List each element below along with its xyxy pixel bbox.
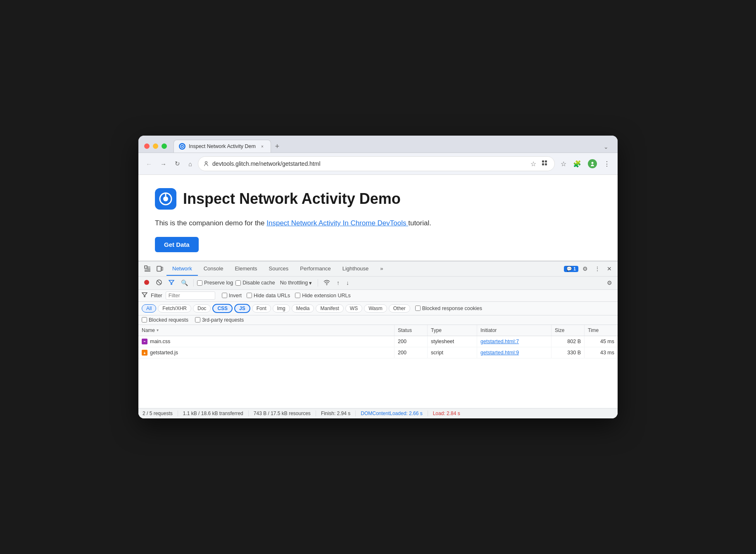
- preserve-log-label[interactable]: Preserve log: [197, 280, 233, 286]
- devtools-tabs: Network Console Elements Sources Perform…: [166, 262, 563, 276]
- console-badge-icon: 💬: [566, 266, 572, 272]
- download-button[interactable]: ↓: [344, 278, 351, 287]
- throttle-select[interactable]: No throttling ▾: [278, 279, 314, 287]
- get-data-button[interactable]: Get Data: [155, 237, 199, 252]
- type-pill-font[interactable]: Font: [252, 304, 271, 313]
- svg-rect-11: [145, 266, 147, 268]
- page-logo: [155, 188, 176, 210]
- tab-sources[interactable]: Sources: [263, 262, 295, 276]
- type-pill-manifest[interactable]: Manifest: [316, 304, 343, 313]
- blocked-requests-label[interactable]: Blocked requests: [142, 317, 188, 323]
- blocked-response-cookies-label[interactable]: Blocked response cookies: [415, 306, 482, 311]
- wifi-icon-button[interactable]: [321, 278, 332, 288]
- devtools-tutorial-link[interactable]: Inspect Network Activity In Chrome DevTo…: [266, 219, 408, 227]
- table-row[interactable]: getstarted.js 200 script getstarted.html…: [138, 347, 618, 358]
- tab-performance[interactable]: Performance: [294, 262, 336, 276]
- table-row[interactable]: main.css 200 stylesheet getstarted.html:…: [138, 336, 618, 347]
- blocked-response-cookies-text: Blocked response cookies: [422, 306, 482, 311]
- third-party-requests-checkbox[interactable]: [195, 317, 200, 322]
- status-bar: 2 / 5 requests 1.1 kB / 18.6 kB transfer…: [138, 408, 618, 418]
- disable-cache-checkbox[interactable]: [235, 280, 241, 286]
- blocked-requests-checkbox[interactable]: [142, 317, 147, 322]
- tab-more[interactable]: »: [374, 262, 389, 276]
- filter-toggle-button[interactable]: [166, 278, 176, 288]
- filter-checkboxes: Invert Hide data URLs Hide extension URL…: [222, 293, 351, 298]
- type-pill-js[interactable]: JS: [234, 304, 250, 313]
- type-pill-wasm[interactable]: Wasm: [364, 304, 387, 313]
- forward-button[interactable]: →: [158, 159, 169, 169]
- type-pill-doc[interactable]: Doc: [193, 304, 211, 313]
- filename-js: getstarted.js: [150, 350, 178, 356]
- new-tab-button[interactable]: +: [272, 140, 283, 153]
- minimize-traffic-light[interactable]: [153, 143, 158, 149]
- hide-data-urls-checkbox[interactable]: [247, 293, 252, 298]
- browser-more-button[interactable]: ⋮: [601, 158, 613, 170]
- tab-close-button[interactable]: ×: [259, 143, 266, 150]
- th-name: Name ▾: [138, 325, 395, 336]
- back-button[interactable]: ←: [143, 159, 155, 169]
- svg-marker-23: [142, 293, 147, 297]
- status-resources: 743 B / 17.5 kB resources: [249, 411, 316, 416]
- page-title: Inspect Network Activity Demo: [183, 190, 401, 208]
- active-browser-tab[interactable]: Inspect Network Activity Dem ×: [174, 140, 271, 153]
- initiator-link-css[interactable]: getstarted.html:7: [480, 339, 519, 344]
- blocked-response-cookies-checkbox[interactable]: [415, 306, 421, 311]
- bookmark-button[interactable]: ☆: [529, 159, 538, 169]
- devtools-inspect-button[interactable]: [142, 264, 153, 274]
- svg-point-18: [144, 280, 149, 285]
- svg-marker-21: [169, 280, 174, 284]
- svg-rect-17: [162, 267, 163, 270]
- hide-extension-urls-label[interactable]: Hide extension URLs: [295, 293, 350, 298]
- type-pill-img[interactable]: Img: [273, 304, 290, 313]
- tab-overflow-chevron[interactable]: ⌄: [600, 141, 612, 153]
- tab-lighthouse[interactable]: Lighthouse: [337, 262, 375, 276]
- initiator-link-js[interactable]: getstarted.html:9: [480, 350, 519, 356]
- network-settings-button[interactable]: ⚙: [605, 278, 614, 287]
- back-icon: ←: [146, 160, 152, 167]
- page-description: This is the companion demo for the Inspe…: [155, 218, 601, 229]
- upload-button[interactable]: ↑: [335, 278, 342, 287]
- type-pill-css[interactable]: CSS: [212, 304, 233, 313]
- invert-label[interactable]: Invert: [222, 293, 242, 298]
- invert-checkbox[interactable]: [222, 293, 227, 298]
- hide-data-urls-label[interactable]: Hide data URLs: [247, 293, 290, 298]
- type-pill-ws[interactable]: WS: [345, 304, 362, 313]
- devtools-device-button[interactable]: [154, 264, 166, 274]
- devtools-more-button[interactable]: ⋮: [592, 264, 603, 274]
- bookmark-star-button[interactable]: ☆: [558, 158, 569, 170]
- type-pill-media[interactable]: Media: [292, 304, 314, 313]
- disable-cache-label[interactable]: Disable cache: [235, 280, 275, 286]
- filter-input[interactable]: [166, 291, 215, 300]
- extension-puzzle-button[interactable]: 🧩: [571, 158, 584, 170]
- type-pill-all[interactable]: All: [142, 304, 156, 313]
- td-name-css: main.css: [138, 336, 395, 347]
- devtools-settings-button[interactable]: ⚙: [580, 264, 590, 274]
- table-empty-space: [138, 358, 618, 408]
- address-bar[interactable]: devtools.glitch.me/network/getstarted.ht…: [198, 156, 555, 171]
- type-pill-other[interactable]: Other: [389, 304, 410, 313]
- toolbar-divider-2: [318, 279, 318, 287]
- preserve-log-checkbox[interactable]: [197, 280, 202, 286]
- type-pill-fetch-xhr[interactable]: Fetch/XHR: [158, 304, 191, 313]
- tab-elements[interactable]: Elements: [229, 262, 263, 276]
- th-size: Size: [552, 325, 585, 336]
- home-button[interactable]: ⌂: [186, 159, 195, 169]
- th-status: Status: [395, 325, 428, 336]
- record-button[interactable]: [142, 278, 152, 288]
- clear-button[interactable]: [154, 278, 164, 288]
- throttle-dropdown-icon: ▾: [309, 280, 312, 286]
- th-type: Type: [428, 325, 477, 336]
- search-button[interactable]: 🔍: [179, 278, 190, 287]
- extra-filters-row: Blocked requests 3rd-party requests: [138, 315, 618, 325]
- profile-button[interactable]: [585, 157, 599, 170]
- third-party-requests-label[interactable]: 3rd-party requests: [195, 317, 244, 323]
- tab-network[interactable]: Network: [166, 262, 198, 276]
- address-security-icon: [203, 160, 209, 167]
- extensions-button[interactable]: [540, 159, 549, 169]
- maximize-traffic-light[interactable]: [162, 143, 167, 149]
- hide-extension-urls-checkbox[interactable]: [295, 293, 300, 298]
- tab-console[interactable]: Console: [198, 262, 229, 276]
- reload-button[interactable]: ↻: [172, 158, 183, 169]
- close-traffic-light[interactable]: [144, 143, 150, 149]
- devtools-close-button[interactable]: ✕: [604, 264, 614, 274]
